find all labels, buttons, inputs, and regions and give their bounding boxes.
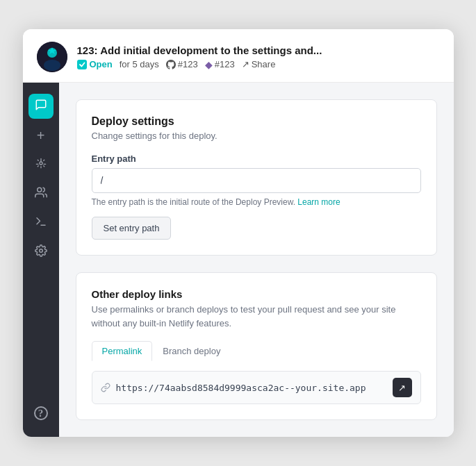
svg-point-7 [39, 249, 42, 252]
url-row: https://74aabsd8584d9999asca2ac--your.si… [92, 371, 421, 404]
set-entry-path-button[interactable]: Set entry path [92, 217, 172, 240]
sidebar: + [23, 83, 59, 437]
svg-point-5 [37, 188, 41, 192]
sidebar-item-terminal[interactable] [28, 210, 54, 235]
status-badge: Open [77, 59, 113, 69]
sidebar-item-plugins[interactable] [28, 152, 54, 177]
status-dot-icon [77, 60, 87, 69]
svg-point-4 [40, 162, 42, 165]
share-label: Share [252, 59, 276, 69]
diamond-icon: ◆ [205, 59, 213, 70]
header-info: 123: Add initial development to the sett… [77, 44, 322, 70]
deploy-settings-subtitle: Change settings for this deploy. [92, 131, 421, 141]
diamond-number: #123 [215, 59, 235, 69]
deploy-settings-title: Deploy settings [92, 115, 421, 128]
page-title: 123: Add initial development to the sett… [77, 44, 322, 56]
other-deploy-links-card: Other deploy links Use permalinks or bra… [76, 272, 437, 420]
status-text: Open [90, 59, 113, 69]
gear-icon [35, 244, 47, 260]
share-link[interactable]: ↗ Share [242, 59, 276, 69]
entry-path-input[interactable] [92, 168, 421, 193]
link-icon [101, 383, 110, 392]
learn-more-link[interactable]: Learn more [297, 197, 340, 207]
tab-permalink[interactable]: Permalink [92, 341, 153, 361]
other-links-description: Use permalinks or branch deploys to test… [92, 303, 421, 330]
github-link[interactable]: #123 [166, 59, 198, 69]
sidebar-bottom: ? [28, 401, 54, 426]
sidebar-item-settings[interactable] [28, 240, 54, 265]
hint-text: The entry path is the initial route of t… [92, 197, 296, 207]
share-icon: ↗ [242, 59, 249, 69]
header-meta: Open for 5 days #123 ◆ #123 ↗ Share [77, 59, 322, 70]
open-url-button[interactable]: ↗ [393, 378, 412, 397]
header: 123: Add initial development to the sett… [23, 29, 454, 83]
tab-branch-deploy[interactable]: Branch deploy [152, 341, 231, 361]
diamond-link[interactable]: ◆ #123 [205, 59, 235, 70]
external-link-icon: ↗ [398, 383, 406, 393]
sidebar-item-chat[interactable] [28, 94, 54, 119]
sidebar-item-help[interactable]: ? [28, 401, 54, 426]
other-links-title: Other deploy links [92, 288, 421, 300]
avatar [37, 42, 67, 72]
main-content: Deploy settings Change settings for this… [59, 83, 454, 437]
users-icon [35, 186, 47, 202]
plug-icon [35, 158, 47, 172]
deploy-tabs: Permalink Branch deploy [92, 341, 421, 361]
main-window: 123: Add initial development to the sett… [23, 29, 454, 437]
sidebar-item-add[interactable]: + [28, 123, 54, 148]
entry-path-label: Entry path [92, 153, 421, 164]
sidebar-item-users[interactable] [28, 181, 54, 206]
pr-number: #123 [178, 59, 198, 69]
terminal-icon [35, 215, 47, 231]
help-icon: ? [34, 406, 48, 420]
duration-text: for 5 days [120, 59, 159, 69]
body: + [23, 83, 454, 437]
svg-point-2 [44, 60, 60, 71]
entry-path-hint: The entry path is the initial route of t… [92, 197, 421, 207]
deploy-url: https://74aabsd8584d9999asca2ac--your.si… [116, 383, 387, 393]
deploy-settings-card: Deploy settings Change settings for this… [76, 99, 437, 256]
add-icon: + [37, 128, 45, 144]
chat-icon [35, 99, 47, 115]
